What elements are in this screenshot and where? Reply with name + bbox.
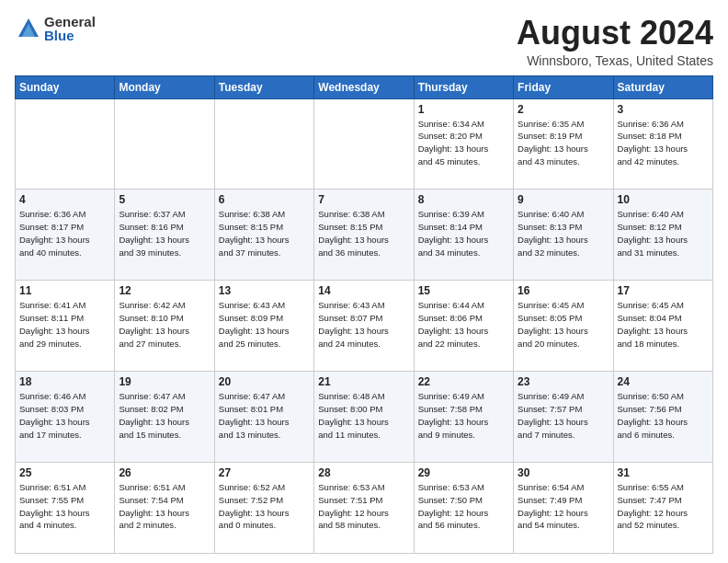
logo-blue: Blue [44, 29, 96, 42]
calendar-cell: 9Sunrise: 6:40 AM Sunset: 8:13 PM Daylig… [514, 190, 613, 281]
title-block: August 2024 Winnsboro, Texas, United Sta… [517, 15, 713, 68]
calendar-cell: 22Sunrise: 6:49 AM Sunset: 7:58 PM Dayli… [414, 372, 513, 463]
calendar-cell: 7Sunrise: 6:38 AM Sunset: 8:15 PM Daylig… [314, 190, 414, 281]
day-info: Sunrise: 6:42 AM Sunset: 8:10 PM Dayligh… [119, 299, 210, 350]
calendar: SundayMondayTuesdayWednesdayThursdayFrid… [15, 75, 713, 554]
logo: General Blue [15, 15, 96, 42]
calendar-cell: 16Sunrise: 6:45 AM Sunset: 8:05 PM Dayli… [514, 281, 613, 372]
calendar-cell: 25Sunrise: 6:51 AM Sunset: 7:55 PM Dayli… [16, 463, 115, 554]
day-info: Sunrise: 6:48 AM Sunset: 8:00 PM Dayligh… [318, 390, 409, 441]
calendar-cell [115, 98, 214, 190]
calendar-cell: 8Sunrise: 6:39 AM Sunset: 8:14 PM Daylig… [414, 190, 513, 281]
day-info: Sunrise: 6:40 AM Sunset: 8:13 PM Dayligh… [518, 208, 609, 259]
day-info: Sunrise: 6:38 AM Sunset: 8:15 PM Dayligh… [219, 208, 310, 259]
calendar-cell: 30Sunrise: 6:54 AM Sunset: 7:49 PM Dayli… [514, 463, 613, 554]
day-info: Sunrise: 6:43 AM Sunset: 8:07 PM Dayligh… [318, 299, 409, 350]
day-number: 14 [318, 284, 409, 297]
day-info: Sunrise: 6:44 AM Sunset: 8:06 PM Dayligh… [418, 299, 509, 350]
weekday-header-wednesday: Wednesday [314, 75, 414, 98]
day-number: 28 [318, 466, 409, 479]
day-number: 5 [119, 193, 210, 206]
day-number: 19 [119, 375, 210, 388]
day-info: Sunrise: 6:40 AM Sunset: 8:12 PM Dayligh… [618, 208, 709, 259]
weekday-header-friday: Friday [514, 75, 613, 98]
calendar-cell: 19Sunrise: 6:47 AM Sunset: 8:02 PM Dayli… [115, 372, 214, 463]
day-number: 4 [19, 193, 110, 206]
day-info: Sunrise: 6:36 AM Sunset: 8:18 PM Dayligh… [618, 118, 709, 168]
weekday-header-saturday: Saturday [613, 75, 712, 98]
day-number: 2 [518, 103, 609, 116]
day-number: 31 [618, 466, 709, 479]
weekday-header-sunday: Sunday [16, 75, 115, 98]
calendar-cell: 6Sunrise: 6:38 AM Sunset: 8:15 PM Daylig… [214, 190, 313, 281]
day-info: Sunrise: 6:45 AM Sunset: 8:05 PM Dayligh… [518, 299, 609, 350]
day-info: Sunrise: 6:53 AM Sunset: 7:50 PM Dayligh… [418, 481, 509, 532]
calendar-week-2: 11Sunrise: 6:41 AM Sunset: 8:11 PM Dayli… [16, 281, 713, 372]
weekday-header-tuesday: Tuesday [214, 75, 313, 98]
day-number: 7 [318, 193, 409, 206]
calendar-cell: 20Sunrise: 6:47 AM Sunset: 8:01 PM Dayli… [214, 372, 313, 463]
calendar-week-0: 1Sunrise: 6:34 AM Sunset: 8:20 PM Daylig… [16, 98, 713, 190]
calendar-cell: 4Sunrise: 6:36 AM Sunset: 8:17 PM Daylig… [16, 190, 115, 281]
calendar-cell: 23Sunrise: 6:49 AM Sunset: 7:57 PM Dayli… [514, 372, 613, 463]
calendar-cell: 26Sunrise: 6:51 AM Sunset: 7:54 PM Dayli… [115, 463, 214, 554]
day-number: 23 [518, 375, 609, 388]
day-info: Sunrise: 6:47 AM Sunset: 8:02 PM Dayligh… [119, 390, 210, 441]
day-number: 25 [19, 466, 110, 479]
calendar-week-3: 18Sunrise: 6:46 AM Sunset: 8:03 PM Dayli… [16, 372, 713, 463]
location: Winnsboro, Texas, United States [517, 53, 713, 68]
day-info: Sunrise: 6:53 AM Sunset: 7:51 PM Dayligh… [318, 481, 409, 532]
calendar-cell: 5Sunrise: 6:37 AM Sunset: 8:16 PM Daylig… [115, 190, 214, 281]
day-info: Sunrise: 6:45 AM Sunset: 8:04 PM Dayligh… [618, 299, 709, 350]
day-info: Sunrise: 6:50 AM Sunset: 7:56 PM Dayligh… [618, 390, 709, 441]
weekday-header-monday: Monday [115, 75, 214, 98]
day-info: Sunrise: 6:52 AM Sunset: 7:52 PM Dayligh… [219, 481, 310, 532]
calendar-cell: 31Sunrise: 6:55 AM Sunset: 7:47 PM Dayli… [613, 463, 712, 554]
day-number: 6 [219, 193, 310, 206]
day-info: Sunrise: 6:47 AM Sunset: 8:01 PM Dayligh… [219, 390, 310, 441]
day-number: 27 [219, 466, 310, 479]
calendar-cell: 2Sunrise: 6:35 AM Sunset: 8:19 PM Daylig… [514, 98, 613, 190]
calendar-cell: 28Sunrise: 6:53 AM Sunset: 7:51 PM Dayli… [314, 463, 414, 554]
weekday-row: SundayMondayTuesdayWednesdayThursdayFrid… [16, 75, 713, 98]
day-number: 13 [219, 284, 310, 297]
day-number: 10 [618, 193, 709, 206]
day-number: 15 [418, 284, 509, 297]
calendar-cell: 24Sunrise: 6:50 AM Sunset: 7:56 PM Dayli… [613, 372, 712, 463]
day-info: Sunrise: 6:55 AM Sunset: 7:47 PM Dayligh… [618, 481, 709, 532]
calendar-body: 1Sunrise: 6:34 AM Sunset: 8:20 PM Daylig… [16, 98, 713, 553]
day-info: Sunrise: 6:36 AM Sunset: 8:17 PM Dayligh… [19, 208, 110, 259]
day-number: 30 [518, 466, 609, 479]
logo-general: General [44, 15, 96, 29]
day-number: 3 [618, 103, 709, 116]
logo-text: General Blue [44, 15, 96, 42]
day-number: 24 [618, 375, 709, 388]
day-number: 9 [518, 193, 609, 206]
calendar-cell: 29Sunrise: 6:53 AM Sunset: 7:50 PM Dayli… [414, 463, 513, 554]
day-info: Sunrise: 6:38 AM Sunset: 8:15 PM Dayligh… [318, 208, 409, 259]
calendar-cell: 13Sunrise: 6:43 AM Sunset: 8:09 PM Dayli… [214, 281, 313, 372]
day-info: Sunrise: 6:35 AM Sunset: 8:19 PM Dayligh… [518, 118, 609, 168]
day-info: Sunrise: 6:34 AM Sunset: 8:20 PM Dayligh… [418, 118, 509, 168]
day-number: 8 [418, 193, 509, 206]
day-number: 21 [318, 375, 409, 388]
calendar-cell: 18Sunrise: 6:46 AM Sunset: 8:03 PM Dayli… [16, 372, 115, 463]
day-number: 16 [518, 284, 609, 297]
calendar-cell [214, 98, 313, 190]
calendar-cell: 14Sunrise: 6:43 AM Sunset: 8:07 PM Dayli… [314, 281, 414, 372]
day-info: Sunrise: 6:37 AM Sunset: 8:16 PM Dayligh… [119, 208, 210, 259]
header: General Blue August 2024 Winnsboro, Texa… [15, 15, 713, 68]
day-info: Sunrise: 6:43 AM Sunset: 8:09 PM Dayligh… [219, 299, 310, 350]
page: General Blue August 2024 Winnsboro, Texa… [0, 0, 728, 563]
calendar-week-4: 25Sunrise: 6:51 AM Sunset: 7:55 PM Dayli… [16, 463, 713, 554]
weekday-header-thursday: Thursday [414, 75, 513, 98]
day-info: Sunrise: 6:54 AM Sunset: 7:49 PM Dayligh… [518, 481, 609, 532]
day-number: 17 [618, 284, 709, 297]
calendar-cell: 1Sunrise: 6:34 AM Sunset: 8:20 PM Daylig… [414, 98, 513, 190]
day-info: Sunrise: 6:49 AM Sunset: 7:58 PM Dayligh… [418, 390, 509, 441]
logo-icon [15, 15, 42, 42]
calendar-cell: 12Sunrise: 6:42 AM Sunset: 8:10 PM Dayli… [115, 281, 214, 372]
day-number: 1 [418, 103, 509, 116]
day-number: 12 [119, 284, 210, 297]
calendar-cell [314, 98, 414, 190]
